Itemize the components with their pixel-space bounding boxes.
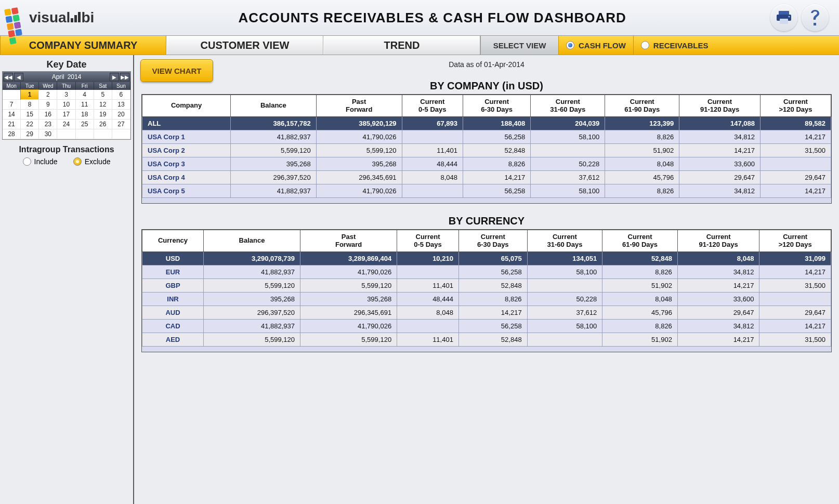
view-cash-flow[interactable]: CASH FLOW [558,36,633,55]
cell-value: 8,048 [402,171,463,184]
table-row[interactable]: INR395,268395,26848,4448,82650,2288,0483… [142,293,831,306]
table-row[interactable]: USA Corp 141,882,93741,790,02656,25858,1… [142,130,831,144]
row-label: CAD [142,320,204,333]
cell-value: 52,848 [458,333,527,347]
column-header: Current>120 Days [759,230,831,252]
calendar-day[interactable]: 25 [76,120,94,129]
calendar-grid[interactable]: 1234567891011121314151617181920212223242… [3,90,130,139]
table-row[interactable]: USA Corp 25,599,1205,599,12011,40152,848… [142,144,831,157]
cell-value: 48,444 [402,157,463,171]
table-row[interactable]: USA Corp 541,882,93741,790,02656,25858,1… [142,184,831,198]
calendar-day[interactable]: 8 [21,100,39,110]
calendar-day[interactable]: 2 [39,90,57,100]
calendar-day[interactable]: 18 [76,110,94,120]
column-header: Balance [204,230,300,252]
calendar-day[interactable]: 20 [112,110,130,120]
intragroup-exclude[interactable]: Exclude [73,157,111,166]
cell-value: 56,258 [463,130,531,144]
table-row[interactable]: USA Corp 3395,268395,26848,4448,82650,22… [142,157,831,171]
calendar-day[interactable]: 22 [21,120,39,129]
calendar-day[interactable]: 23 [39,120,57,129]
calendar-day[interactable]: 27 [112,120,130,129]
cell-value: 65,075 [458,252,527,266]
table-row[interactable]: USD3,290,078,7393,289,869,40410,21065,07… [142,252,831,266]
column-header: PastForward [316,95,402,117]
view-receivables[interactable]: RECEIVABLES [633,36,839,55]
cell-value [402,130,463,144]
calendar-day[interactable]: 9 [39,100,57,110]
calendar-day[interactable]: 28 [3,129,21,139]
column-header: Current0-5 Days [397,230,459,252]
calendar-day[interactable]: 5 [94,90,112,100]
calendar-day[interactable]: 12 [94,100,112,110]
question-icon [808,8,822,27]
table-row[interactable]: USA Corp 4296,397,520296,345,6918,04814,… [142,171,831,184]
intragroup-include[interactable]: Include [23,157,58,166]
calendar-day[interactable]: 19 [94,110,112,120]
calendar-day[interactable]: 16 [39,110,57,120]
tab-customer-view[interactable]: CUSTOMER VIEW [166,36,323,55]
intragroup-include-label: Include [34,157,58,166]
calendar-weekday: Tue [21,82,39,90]
cell-value: 50,228 [531,157,605,171]
calendar-day[interactable]: 10 [57,100,75,110]
cell-value: 14,217 [677,279,759,293]
company-table[interactable]: CompanyBalancePastForwardCurrent0-5 Days… [142,95,831,198]
view-chart-button[interactable]: VIEW CHART [140,59,213,82]
table-row[interactable]: EUR41,882,93741,790,02656,25858,1008,826… [142,266,831,279]
cell-value: 34,812 [679,184,761,198]
cell-value: 14,217 [677,333,759,347]
calendar-day[interactable]: 30 [39,129,57,139]
calendar-day[interactable]: 1 [21,90,39,100]
calendar-day[interactable]: 26 [94,120,112,129]
row-label: USA Corp 5 [142,184,231,198]
cell-value: 395,268 [231,157,317,171]
table-row[interactable]: ALL386,157,782385,920,12967,893188,40820… [142,117,831,130]
cal-next-month[interactable]: ▶ [110,73,119,81]
calendar-day[interactable]: 21 [3,120,21,129]
calendar-day[interactable]: 3 [57,90,75,100]
currency-table-wrap: CurrencyBalancePastForwardCurrent0-5 Day… [141,229,832,352]
cell-value: 3,290,078,739 [204,252,300,266]
intragroup-title: Intragroup Transactions [2,145,131,154]
cell-value: 8,826 [605,184,679,198]
currency-table[interactable]: CurrencyBalancePastForwardCurrent0-5 Day… [142,230,831,347]
table-row[interactable]: AUD296,397,520296,345,6918,04814,21737,6… [142,306,831,320]
help-button[interactable] [802,4,829,31]
cal-next-year[interactable]: ▶▶ [120,73,129,81]
intragroup-exclude-label: Exclude [85,157,111,166]
cell-value: 34,812 [677,320,759,333]
calendar-day[interactable]: 24 [57,120,75,129]
calendar-day[interactable]: 6 [112,90,130,100]
calendar[interactable]: ◀◀ ◀ April 2014 ▶ ▶▶ MonTueWedThuFriSatS… [2,71,131,140]
calendar-day[interactable]: 7 [3,100,21,110]
calendar-day[interactable]: 14 [3,110,21,120]
cell-value: 10,210 [397,252,459,266]
table-row[interactable]: GBP5,599,1205,599,12011,40152,84851,9021… [142,279,831,293]
cal-prev-month[interactable]: ◀ [14,73,23,81]
calendar-day[interactable]: 29 [21,129,39,139]
cell-value: 296,345,691 [300,306,397,320]
company-table-wrap: CompanyBalancePastForwardCurrent0-5 Days… [141,94,832,204]
table-row[interactable]: AED5,599,1205,599,12011,40152,84851,9021… [142,333,831,347]
cell-value: 31,500 [759,279,831,293]
calendar-day[interactable]: 17 [57,110,75,120]
calendar-day[interactable]: 15 [21,110,39,120]
calendar-day[interactable]: 4 [76,90,94,100]
row-label: ALL [142,117,231,130]
calendar-weekday: Sat [94,82,112,90]
table-row[interactable]: CAD41,882,93741,790,02656,25858,1008,826… [142,320,831,333]
cal-prev-year[interactable]: ◀◀ [4,73,13,81]
print-button[interactable] [770,4,797,31]
cell-value: 41,790,026 [316,130,402,144]
tab-trend[interactable]: TREND [323,36,480,55]
calendar-empty [57,129,75,139]
calendar-day[interactable]: 11 [76,100,94,110]
calendar-day[interactable]: 13 [112,100,130,110]
cell-value: 11,401 [402,144,463,157]
column-header: Current61-90 Days [602,230,678,252]
tab-company-summary[interactable]: COMPANY SUMMARY [0,36,166,55]
view-receivables-label: RECEIVABLES [653,41,709,50]
cell-value: 296,397,520 [231,171,317,184]
cell-value: 41,882,937 [204,266,300,279]
